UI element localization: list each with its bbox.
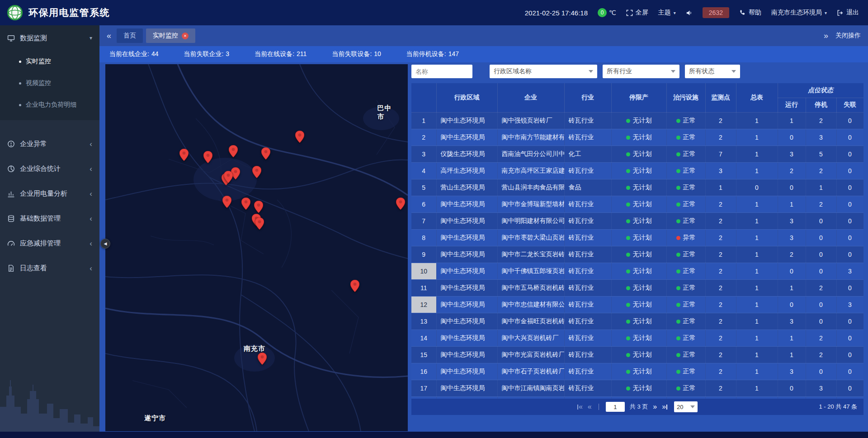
cell-production: 无计划 bbox=[611, 112, 666, 129]
map-pin[interactable] bbox=[241, 198, 250, 210]
map-pin[interactable] bbox=[350, 280, 359, 292]
map-panel[interactable]: 巴中市南充市遂宁市 bbox=[105, 64, 408, 431]
table-row[interactable]: 9阆中生态环境局阆中市二龙长宝页岩砖砖瓦行业无计划正常21200 bbox=[411, 246, 863, 263]
bullet-icon bbox=[19, 61, 21, 63]
cell-monitor: 1 bbox=[705, 179, 736, 196]
cell-meter: 1 bbox=[736, 229, 778, 246]
table-row[interactable]: 12阆中生态环境局阆中市忠信建材有限公砖瓦行业无计划正常21003 bbox=[411, 296, 863, 313]
table-row[interactable]: 6阆中生态环境局阆中市金博瑞新型墙材砖瓦行业无计划正常21120 bbox=[411, 196, 863, 212]
map-pin[interactable] bbox=[261, 147, 270, 160]
close-tab-icon[interactable]: × bbox=[182, 33, 189, 39]
map-pin[interactable] bbox=[252, 166, 261, 178]
stat-value: 44 bbox=[151, 50, 159, 57]
table-row[interactable]: 1阆中生态环境局阆中强锐页岩砖厂砖瓦行业无计划正常21120 bbox=[411, 112, 863, 129]
cell-run: 0 bbox=[778, 296, 806, 313]
sidebar-item-1[interactable]: 企业异常‹ bbox=[0, 132, 99, 156]
industry-filter-select[interactable]: 所有行业 bbox=[603, 65, 679, 78]
status-dot-green bbox=[676, 219, 680, 223]
theme-dropdown[interactable]: 主题 ▾ bbox=[658, 9, 676, 17]
stat-value: 211 bbox=[297, 50, 307, 57]
col-header-facility: 治污设施 bbox=[666, 83, 705, 112]
map-pin[interactable] bbox=[254, 201, 263, 213]
table-row[interactable]: 16阆中生态环境局阆中市石子页岩机砖厂砖瓦行业无计划正常21300 bbox=[411, 363, 863, 380]
sidebar-subitem-2[interactable]: 企业电力负荷明细 bbox=[0, 94, 99, 116]
table-row[interactable]: 10阆中生态环境局阆中千佛镇五郎垭页岩砖瓦行业无计划正常21003 bbox=[411, 263, 863, 279]
voice-broadcast-button[interactable] bbox=[686, 9, 693, 16]
table-row[interactable]: 3仪陇生态环境局西南油气田分公司川中化工无计划正常71350 bbox=[411, 146, 863, 162]
tabs-scroll-left-button[interactable]: « bbox=[107, 32, 111, 40]
status-text: 无计划 bbox=[633, 267, 652, 274]
row-index-cell: 4 bbox=[411, 162, 436, 179]
map-pin[interactable] bbox=[258, 353, 267, 365]
status-text: 正常 bbox=[683, 317, 696, 325]
close-operations-button[interactable]: 关闭操作 bbox=[835, 32, 861, 40]
sidebar-subitem-1[interactable]: 视频监控 bbox=[0, 72, 99, 94]
table-row[interactable]: 4高坪生态环境局南充市高坪区王家店建砖瓦行业无计划正常31220 bbox=[411, 162, 863, 179]
page-size-select[interactable]: 20 bbox=[674, 401, 698, 412]
map-pin[interactable] bbox=[255, 217, 264, 230]
last-page-button[interactable]: » bbox=[662, 403, 667, 410]
sidebar-item-2[interactable]: 企业综合统计‹ bbox=[0, 156, 99, 181]
sidebar-section: 基础数据管理‹ bbox=[0, 206, 99, 231]
table-row[interactable]: 15阆中生态环境局阆中市光富页岩机砖厂砖瓦行业无计划正常21120 bbox=[411, 346, 863, 363]
cell-facility: 正常 bbox=[666, 146, 705, 162]
prev-page-button[interactable]: « bbox=[588, 403, 592, 410]
map-pin[interactable] bbox=[295, 131, 304, 143]
cell-offline: 0 bbox=[836, 196, 863, 212]
tab-0[interactable]: 首页 bbox=[117, 28, 143, 43]
fullscreen-button[interactable]: 全屏 bbox=[626, 9, 648, 17]
table-row[interactable]: 8阆中生态环境局阆中市枣碧大梁山页岩砖瓦行业无计划异常21300 bbox=[411, 229, 863, 246]
first-page-button[interactable]: « bbox=[577, 403, 583, 410]
next-page-button[interactable]: » bbox=[653, 403, 657, 410]
table-row[interactable]: 7阆中生态环境局阆中明阳建材有限公司砖瓦行业无计划正常21300 bbox=[411, 212, 863, 229]
table-row[interactable]: 11阆中生态环境局阆中市五马桥页岩机砖砖瓦行业无计划正常21120 bbox=[411, 279, 863, 296]
map-pin[interactable] bbox=[222, 196, 231, 208]
sidebar-item-6[interactable]: 日志查看‹ bbox=[0, 256, 99, 281]
cell-stop: 0 bbox=[806, 212, 836, 229]
map-pin[interactable] bbox=[203, 151, 212, 163]
sidebar-item-0[interactable]: 数据监测▾ bbox=[0, 25, 99, 51]
map-pin[interactable] bbox=[179, 149, 189, 161]
logout-button[interactable]: 退出 bbox=[837, 9, 859, 17]
help-button[interactable]: 帮助 bbox=[739, 9, 761, 17]
chevron-left-icon: ‹ bbox=[90, 215, 92, 222]
sidebar-item-4[interactable]: 基础数据管理‹ bbox=[0, 206, 99, 231]
sidebar-collapse-handle[interactable]: ◀ bbox=[100, 239, 110, 249]
cell-production: 无计划 bbox=[611, 129, 666, 146]
sidebar-item-3[interactable]: 企业用电量分析‹ bbox=[0, 181, 99, 206]
table-row[interactable]: 14阆中生态环境局阆中大兴页岩机砖厂砖瓦行业无计划正常21120 bbox=[411, 330, 863, 346]
sidebar-item-5[interactable]: 应急减排管理‹ bbox=[0, 231, 99, 256]
right-panel: 行政区域名称 所有行业 所有状态 bbox=[411, 64, 863, 432]
row-index-cell: 9 bbox=[411, 246, 436, 263]
table-row[interactable]: 17阆中生态环境局阆中市江南镇阆南页岩砖瓦行业无计划正常21030 bbox=[411, 380, 863, 396]
map-pin[interactable] bbox=[396, 198, 405, 210]
table-row[interactable]: 2阆中生态环境局阆中市南方节能建材有砖瓦行业无计划正常21030 bbox=[411, 129, 863, 146]
region-filter-select[interactable]: 行政区域名称 bbox=[490, 65, 597, 78]
chevron-down-icon bbox=[589, 70, 593, 73]
status-dot-green bbox=[676, 320, 680, 324]
table-row[interactable]: 5营山生态环境局营山县润丰肉食品有限食品无计划正常10010 bbox=[411, 179, 863, 196]
table-row[interactable]: 13阆中生态环境局阆中市金福旺页岩机砖砖瓦行业无计划正常21300 bbox=[411, 313, 863, 330]
map-pin[interactable] bbox=[224, 171, 233, 183]
status-filter-select[interactable]: 所有状态 bbox=[685, 65, 740, 78]
name-filter-input[interactable] bbox=[411, 65, 472, 78]
cell-run: 3 bbox=[778, 229, 806, 246]
notice-count-badge[interactable]: 2632 bbox=[703, 7, 729, 18]
cell-industry: 砖瓦行业 bbox=[564, 246, 611, 263]
map-pin[interactable] bbox=[229, 145, 238, 157]
tabs-scroll-right-button[interactable]: » bbox=[824, 32, 828, 40]
stat-value: 10 bbox=[374, 50, 381, 57]
tab-1[interactable]: 实时监控× bbox=[146, 28, 195, 43]
cell-stop: 0 bbox=[806, 229, 836, 246]
sidebar-section: 企业异常‹ bbox=[0, 132, 99, 156]
sidebar-subitem-label: 企业电力负荷明细 bbox=[26, 101, 76, 109]
cell-run: 3 bbox=[778, 363, 806, 380]
stat-item-4: 当前停机设备:147 bbox=[406, 50, 459, 58]
cell-stop: 0 bbox=[806, 246, 836, 263]
cell-facility: 正常 bbox=[666, 263, 705, 279]
page-number-input[interactable] bbox=[606, 402, 625, 412]
stat-item-3: 当前失联设备:10 bbox=[332, 50, 381, 58]
col-header-point-status: 点位状态 bbox=[778, 83, 863, 98]
sidebar-subitem-0[interactable]: 实时监控 bbox=[0, 51, 99, 72]
org-dropdown[interactable]: 南充市生态环境局 ▾ bbox=[771, 9, 827, 17]
